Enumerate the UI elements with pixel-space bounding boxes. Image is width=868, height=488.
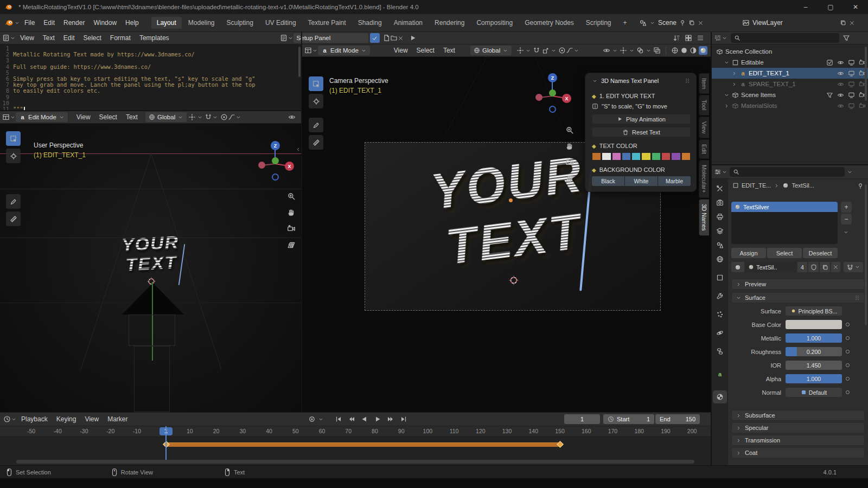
properties-tab-object-data[interactable]: a	[713, 368, 727, 381]
properties-tab-physics[interactable]	[713, 326, 727, 339]
gizmo-z-axis[interactable]: Z	[548, 73, 557, 82]
new-scene-icon[interactable]	[688, 20, 695, 26]
screen-toggle-icon[interactable]	[848, 102, 855, 110]
run-script-icon[interactable]	[409, 34, 417, 42]
viewport-left-menu-text[interactable]: Text	[122, 111, 142, 123]
metallic-slider[interactable]: 1.000	[786, 333, 842, 343]
properties-tab-view-layer[interactable]	[713, 224, 727, 237]
timeline-menu-marker[interactable]: Marker	[103, 413, 132, 425]
properties-tab-object[interactable]	[713, 271, 727, 284]
animate-property-dot[interactable]	[846, 377, 850, 381]
collapse-arrow-icon[interactable]	[295, 146, 301, 152]
gizmo-z-neg-axis[interactable]	[272, 174, 279, 181]
properties-tab-modifiers[interactable]	[713, 290, 727, 303]
snap-target-icon[interactable]	[542, 47, 550, 54]
pin-icon[interactable]	[679, 20, 686, 26]
viewport-center-menu-select[interactable]: Select	[412, 44, 439, 56]
outliner-scrollbar[interactable]	[865, 47, 867, 101]
menu-window[interactable]: Window	[89, 17, 121, 29]
texteditor-menu-text[interactable]: Text	[39, 32, 59, 44]
pin-icon[interactable]	[857, 183, 864, 189]
properties-tab-render[interactable]	[713, 196, 727, 209]
code-line[interactable]: 10	[0, 100, 302, 106]
grid-view-icon[interactable]	[565, 174, 575, 184]
falloff-icon[interactable]	[228, 113, 235, 121]
transform-orientation-dropdown[interactable]: Global	[470, 46, 512, 55]
new-viewlayer-icon[interactable]	[840, 20, 846, 26]
animate-property-dot[interactable]	[846, 336, 850, 340]
falloff-icon[interactable]	[566, 47, 573, 54]
screen-toggle-icon[interactable]	[848, 81, 855, 88]
frame-end-field[interactable]: End 150	[655, 414, 700, 424]
viewlayer-selector[interactable]: ViewLayer	[742, 16, 855, 29]
drag-grip-icon[interactable]	[684, 78, 691, 84]
annotate-tool[interactable]	[6, 194, 21, 209]
surface-button[interactable]: Principled BS...	[786, 306, 842, 316]
background-white-button[interactable]: White	[625, 176, 658, 186]
outliner-row-materialslots[interactable]: MaterialSlots	[712, 100, 868, 111]
editor-type-icon[interactable]	[2, 113, 10, 121]
snap-icon[interactable]	[533, 47, 540, 54]
properties-scrollbar[interactable]	[865, 184, 867, 325]
select-button[interactable]: Select	[767, 248, 802, 258]
breadcrumb-object[interactable]: EDIT_TE...	[742, 182, 771, 189]
area-divider[interactable]	[711, 32, 712, 465]
text-color-swatch-2[interactable]	[602, 152, 611, 160]
viewport-left-menu-select[interactable]: Select	[95, 111, 122, 123]
timeline-menu-view[interactable]: View	[80, 413, 103, 425]
code-line[interactable]: 3	[0, 57, 302, 63]
text-color-swatch-4[interactable]	[622, 152, 631, 160]
reset-text-button[interactable]: Reset Text	[592, 127, 691, 137]
zoom-icon[interactable]	[286, 191, 296, 201]
workspace-tab-compositing[interactable]: Compositing	[471, 17, 518, 29]
gizmo-z-neg-axis[interactable]	[549, 106, 556, 113]
eye-toggle-icon[interactable]	[837, 81, 844, 88]
zoom-icon[interactable]	[565, 125, 575, 135]
menu-file[interactable]: File	[20, 17, 39, 29]
outliner-search[interactable]	[731, 33, 839, 43]
sidebar-tab-molecular[interactable]: Molecular+	[699, 160, 709, 198]
material-name-field[interactable]: TextSil..	[745, 262, 796, 272]
sidebar-tab-edit[interactable]: Edit	[699, 139, 709, 159]
play-reverse-button[interactable]	[359, 414, 371, 425]
properties-editor[interactable]: a EDIT_TE... TextSil... TextSilver + − A…	[712, 165, 868, 465]
gizmo-x-neg-axis[interactable]	[258, 162, 265, 169]
deselect-button[interactable]: Deselect	[803, 248, 838, 258]
jump-to-end-button[interactable]	[398, 414, 410, 425]
timeline-menu-playback[interactable]: Playback	[17, 413, 52, 425]
workspace-tab-geometry-nodes[interactable]: Geometry Nodes	[519, 17, 579, 29]
properties-tab-scene[interactable]	[713, 239, 727, 252]
workspace-tab-sculpting[interactable]: Sculpting	[221, 17, 259, 29]
gizmo-x-axis[interactable]: X	[562, 94, 571, 103]
eye-toggle-icon[interactable]	[837, 70, 844, 77]
viewport-camera-perspective[interactable]: YOUR TEXT Camera Perspective (1) EDIT_TE…	[302, 57, 712, 412]
cursor-tool[interactable]	[309, 94, 323, 108]
gizmo-x-neg-axis[interactable]	[535, 94, 542, 101]
grid-view-icon[interactable]	[286, 240, 296, 250]
unlink-material-button[interactable]	[831, 262, 840, 272]
snap-icon[interactable]	[205, 113, 212, 121]
workspace-tab-uv-editing[interactable]: UV Editing	[260, 17, 302, 29]
properties-tab-world[interactable]	[713, 253, 727, 266]
eye-toggle-icon[interactable]	[837, 92, 844, 99]
timeline-track[interactable]	[0, 437, 712, 465]
pivot-point-icon[interactable]	[188, 113, 196, 121]
remove-viewlayer-icon[interactable]	[849, 20, 855, 26]
unlink-text-icon[interactable]	[398, 35, 404, 41]
playhead[interactable]	[165, 426, 167, 460]
editor-type-icon[interactable]	[2, 34, 10, 42]
node-tree-button[interactable]	[844, 262, 863, 272]
screen-toggle-icon[interactable]	[848, 70, 855, 77]
assign-button[interactable]: Assign	[731, 248, 766, 258]
panel-transmission[interactable]: Transmission	[731, 435, 865, 446]
mode-dropdown[interactable]: a Edit Mode	[318, 46, 370, 55]
ior-value-field[interactable]: 1.450	[786, 361, 842, 370]
move-view-icon[interactable]	[565, 142, 575, 151]
gizmo-y-axis[interactable]	[272, 157, 279, 164]
code-line[interactable]: 2Metallic Rotating Text made by https://…	[0, 52, 302, 57]
eye-toggle-icon[interactable]	[837, 59, 844, 66]
properties-tab-constraints[interactable]	[713, 345, 727, 358]
shading-rendered-active[interactable]	[699, 46, 707, 55]
sidebar-tab-view[interactable]: View	[699, 117, 709, 139]
sidebar-tab-3d-names[interactable]: 3D Names	[699, 199, 709, 236]
